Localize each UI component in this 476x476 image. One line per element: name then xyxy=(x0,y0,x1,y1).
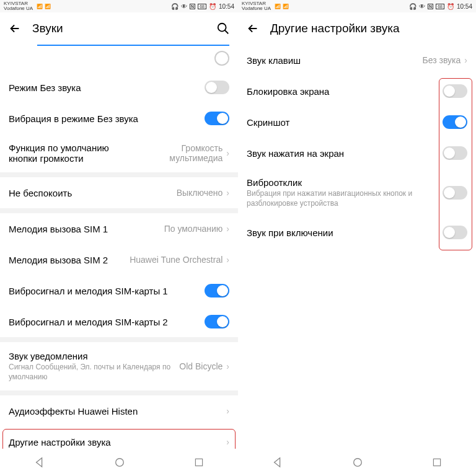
toggle-touch-sound[interactable] xyxy=(443,146,467,160)
label: Звук клавиш xyxy=(247,55,423,66)
toggle-vibring1[interactable] xyxy=(205,284,229,298)
chevron-right-icon: › xyxy=(464,55,467,65)
phone-right: KYIVSTAR Vodafone UA 📶 📶 🎧 👁 N 68 ⏰ 10:5… xyxy=(238,0,476,476)
svg-point-3 xyxy=(354,459,362,467)
row-touch-sound[interactable]: Звук нажатия на экран xyxy=(238,138,476,169)
nav-home-button[interactable] xyxy=(352,457,363,468)
back-button[interactable] xyxy=(245,21,260,36)
chevron-right-icon: › xyxy=(226,224,229,234)
toggle-silent[interactable] xyxy=(205,81,229,94)
header: Звуки xyxy=(0,12,238,45)
toggle-vibrate-silent[interactable] xyxy=(205,112,229,125)
row-vibrate-ring-sim1[interactable]: Вибросигнал и мелодия SIM-карты 1 xyxy=(0,275,238,306)
label: Скриншот xyxy=(247,117,443,128)
label: Функция по умолчанию кнопки громкости xyxy=(9,143,133,164)
chevron-right-icon: › xyxy=(226,255,229,265)
row-ringtone-sim1[interactable]: Мелодия вызова SIM 1 По умолчанию › xyxy=(0,213,238,244)
row-dnd[interactable]: Не беспокоить Выключено › xyxy=(0,177,238,208)
toggle-haptic[interactable] xyxy=(443,186,467,200)
battery-icon: 68 xyxy=(198,4,206,9)
chevron-right-icon: › xyxy=(226,188,229,198)
chevron-right-icon: › xyxy=(226,361,229,371)
sublabel: Вибрация при нажатии навигационных кнопо… xyxy=(247,189,443,208)
status-time: 10:54 xyxy=(219,3,234,10)
search-button[interactable] xyxy=(216,21,231,36)
label: Блокировка экрана xyxy=(247,86,443,97)
alarm-icon: ⏰ xyxy=(209,3,216,10)
nav-back-button[interactable] xyxy=(272,457,283,468)
content-right: Звук клавиш Без звука › Блокировка экран… xyxy=(238,45,476,449)
nav-recent-button[interactable] xyxy=(194,457,204,467)
volume-knob-partial[interactable] xyxy=(214,51,229,66)
label: Вибросигнал и мелодия SIM-карты 2 xyxy=(9,317,205,327)
label: Не беспокоить xyxy=(9,188,177,198)
chevron-right-icon: › xyxy=(226,148,229,158)
nfc-icon: N xyxy=(428,4,433,9)
page-title: Звуки xyxy=(32,22,206,35)
chevron-right-icon: › xyxy=(226,437,229,447)
svg-rect-4 xyxy=(433,459,440,465)
row-vibrate-ring-sim2[interactable]: Вибросигнал и мелодия SIM-карты 2 xyxy=(0,306,238,337)
divider xyxy=(0,208,238,213)
phone-left: KYIVSTAR Vodafone UA 📶 📶 🎧 👁 N 68 ⏰ 10:5… xyxy=(0,0,238,476)
battery-icon: 68 xyxy=(436,4,444,9)
signal-icon-2: 📶 xyxy=(283,4,289,9)
row-notification-sound[interactable]: Звук уведомления Сигнал Сообщений, Эл. п… xyxy=(0,342,238,390)
value: Выключено xyxy=(177,188,223,198)
headphones-icon: 🎧 xyxy=(171,3,178,10)
nav-back-button[interactable] xyxy=(34,457,45,468)
row-screenshot[interactable]: Скриншот xyxy=(238,107,476,138)
svg-point-0 xyxy=(218,24,226,32)
row-silent-mode[interactable]: Режим Без звука xyxy=(0,72,238,103)
label: Звук нажатия на экран xyxy=(247,148,443,159)
eye-icon: 👁 xyxy=(419,3,425,10)
alarm-icon: ⏰ xyxy=(447,3,454,10)
toggle-screen-lock[interactable] xyxy=(443,84,467,98)
status-bar: KYIVSTAR Vodafone UA 📶 📶 🎧 👁 N 68 ⏰ 10:5… xyxy=(238,0,476,12)
label: Мелодия вызова SIM 1 xyxy=(9,224,164,234)
eye-icon: 👁 xyxy=(181,3,187,10)
row-vibrate-silent[interactable]: Вибрация в режиме Без звука xyxy=(0,103,238,134)
row-huawei-histen[interactable]: Аудиоэффекты Huawei Histen › xyxy=(0,395,238,426)
divider xyxy=(0,172,238,177)
nfc-icon: N xyxy=(190,4,195,9)
label: Виброотклик xyxy=(247,177,443,188)
value: Без звука xyxy=(423,55,461,65)
row-screen-lock[interactable]: Блокировка экрана xyxy=(238,76,476,107)
label: Звук при включении xyxy=(247,227,443,238)
label: Другие настройки звука xyxy=(9,437,225,447)
row-haptic[interactable]: Виброотклик Вибрация при нажатии навигац… xyxy=(238,169,476,217)
row-startup-sound[interactable]: Звук при включении xyxy=(238,217,476,248)
label: Вибрация в режиме Без звука xyxy=(9,113,205,124)
row-ringtone-sim2[interactable]: Мелодия вызова SIM 2 Huawei Tune Orchest… xyxy=(0,244,238,275)
row-other-sound-settings[interactable]: Другие настройки звука › xyxy=(0,426,238,449)
back-button[interactable] xyxy=(7,21,22,36)
toggle-vibring2[interactable] xyxy=(205,315,229,328)
nav-bar xyxy=(0,449,238,476)
carrier-2: Vodafone UA xyxy=(242,6,271,11)
signal-icon-2: 📶 xyxy=(45,4,51,9)
value: По умолчанию xyxy=(164,224,223,234)
nav-bar xyxy=(238,449,476,476)
value: Huawei Tune Orchestral xyxy=(130,255,223,265)
toggle-screenshot[interactable] xyxy=(443,115,467,129)
divider xyxy=(0,390,238,395)
toggle-startup[interactable] xyxy=(443,226,467,239)
status-time: 10:54 xyxy=(457,3,472,10)
sublabel: Сигнал Сообщений, Эл. почты и Календаря … xyxy=(9,363,179,382)
signal-icon: 📶 xyxy=(37,4,43,9)
signal-icon: 📶 xyxy=(275,4,281,9)
nav-home-button[interactable] xyxy=(114,457,125,468)
label: Аудиоэффекты Huawei Histen xyxy=(9,406,225,416)
status-bar: KYIVSTAR Vodafone UA 📶 📶 🎧 👁 N 68 ⏰ 10:5… xyxy=(0,0,238,12)
chevron-right-icon: › xyxy=(226,406,229,416)
divider xyxy=(0,337,238,342)
row-dialpad-sound[interactable]: Звук клавиш Без звука › xyxy=(238,45,476,76)
value: Old Bicycle xyxy=(179,361,223,371)
row-volume-button-default[interactable]: Функция по умолчанию кнопки громкости Гр… xyxy=(0,134,238,172)
nav-recent-button[interactable] xyxy=(432,457,442,467)
label: Вибросигнал и мелодия SIM-карты 1 xyxy=(9,286,205,296)
header: Другие настройки звука xyxy=(238,12,476,45)
page-title: Другие настройки звука xyxy=(270,22,469,35)
carrier-2: Vodafone UA xyxy=(4,6,33,11)
